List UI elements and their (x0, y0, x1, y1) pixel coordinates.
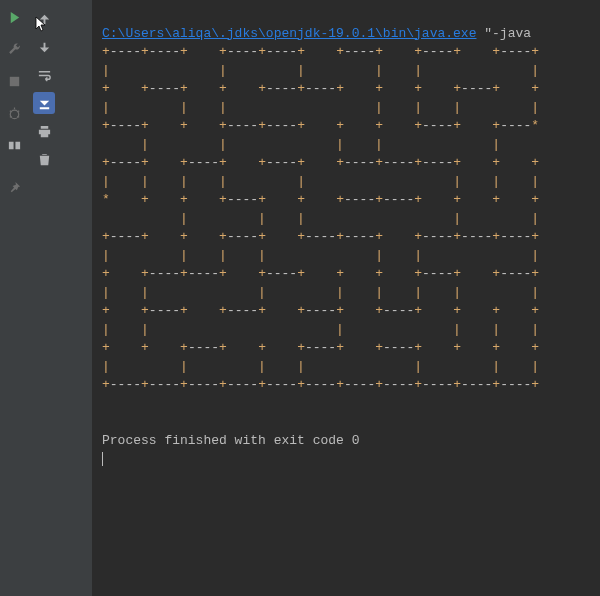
maze-output: +----+----+ +----+----+ +----+ +----+ +-… (102, 43, 600, 395)
trash-icon (37, 152, 52, 167)
up-stack-button[interactable] (33, 8, 55, 30)
wrench-icon (7, 42, 22, 57)
debug-icon (7, 106, 22, 121)
scroll-to-end-icon (37, 96, 52, 111)
console-gutter (60, 0, 93, 596)
pin-icon (7, 180, 22, 195)
stop-button[interactable] (3, 70, 25, 92)
run-toolbar-col2 (28, 0, 61, 596)
stop-icon (7, 74, 22, 89)
svg-rect-0 (9, 76, 18, 85)
debug-button[interactable] (3, 102, 25, 124)
clear-button[interactable] (33, 148, 55, 170)
soft-wrap-icon (37, 68, 52, 83)
pin-button[interactable] (3, 176, 25, 198)
command-link[interactable]: C:\Users\aliqa\.jdks\openjdk-19.0.1\bin\… (102, 26, 476, 41)
caret (102, 452, 103, 466)
scroll-to-end-button[interactable] (33, 92, 55, 114)
play-icon (7, 10, 22, 25)
layout-icon (7, 138, 22, 153)
command-tail: "-java (476, 26, 531, 41)
down-stack-button[interactable] (33, 36, 55, 58)
svg-rect-2 (8, 141, 13, 149)
arrow-down-icon (37, 40, 52, 55)
exit-status: Process finished with exit code 0 (102, 432, 600, 451)
run-button[interactable] (3, 6, 25, 28)
print-button[interactable] (33, 120, 55, 142)
build-button[interactable] (3, 38, 25, 60)
arrow-up-icon (37, 12, 52, 27)
soft-wrap-button[interactable] (33, 64, 55, 86)
svg-rect-3 (15, 141, 20, 149)
console-output[interactable]: C:\Users\aliqa\.jdks\openjdk-19.0.1\bin\… (92, 0, 600, 596)
print-icon (37, 124, 52, 139)
run-toolbar-col1 (0, 0, 29, 596)
layout-button[interactable] (3, 134, 25, 156)
